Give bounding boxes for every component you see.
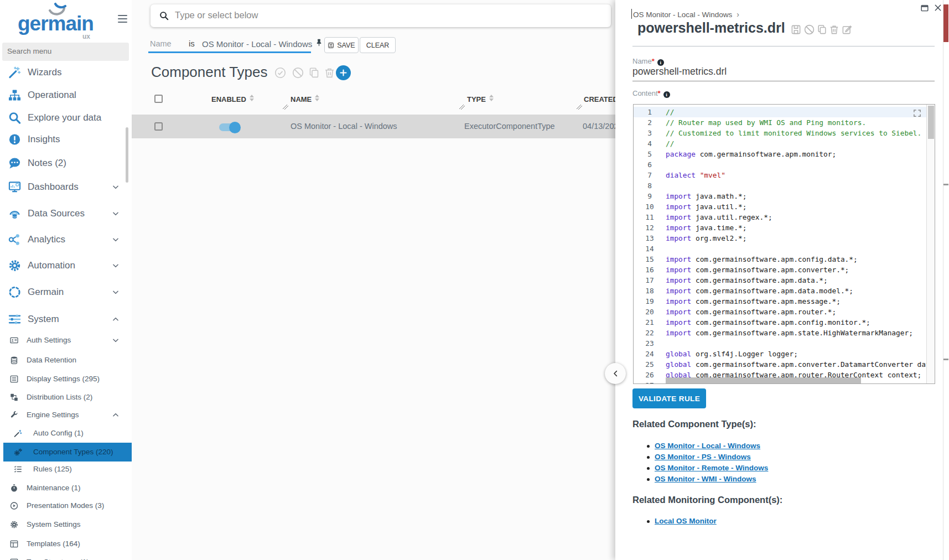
table-row[interactable]: OS Monitor - Local - WindowsExecutorComp… [132,115,615,138]
dashboard-icon [8,181,21,194]
sidebar-item-maintenance[interactable]: Maintenance (1) [0,479,132,497]
sliders-icon [8,313,21,326]
bullet [647,445,650,448]
content-field-label: Content*i [632,89,670,98]
chevron-down-icon[interactable] [112,336,120,344]
column-header-created-[interactable]: CREATED ( [584,95,615,103]
sidebar-item-system[interactable]: System [0,310,132,329]
column-header-enabled[interactable]: ENABLED [211,95,254,103]
breadcrumb-chevron: › [737,10,739,19]
play-circle-icon [10,502,18,510]
sidebar-item-auto-config[interactable]: Auto Config (1) [0,424,132,443]
sidebar-item-data-sources[interactable]: Data Sources [0,204,132,223]
sidebar-item-presentation-modes[interactable]: Presentation Modes (3) [0,496,132,515]
clear-filter-button[interactable]: CLEAR [360,37,396,53]
code-line-3: 3// Customized to limit monitored Window… [634,128,927,138]
sidebar-search-input[interactable]: Search menu [2,43,129,61]
save-filter-button[interactable]: SAVE [324,37,359,53]
code-line-9: 9import java.math.*; [634,191,927,201]
column-header-name[interactable]: NAME [291,95,319,103]
editor-horizontal-scrollbar[interactable] [666,377,861,383]
sidebar-scrollbar[interactable] [126,127,128,183]
sidebar-item-component-types[interactable]: Component Types (220) [0,443,132,462]
sidebar-item-engine-settings[interactable]: Engine Settings [0,406,132,424]
page-scrollbar[interactable] [943,0,949,560]
sidebar-item-explore-your-data[interactable]: Explore your data [0,108,132,127]
page-scrollbar-thumb[interactable] [943,4,948,42]
close-panel-icon[interactable] [934,4,942,12]
maximize-panel-icon[interactable] [920,4,929,12]
enable-selected-icon[interactable] [274,67,286,79]
column-resize-handle[interactable] [282,104,289,110]
code-line-20: 20import com.germainsoftware.apm.router.… [634,307,927,317]
sidebar-item-operational[interactable]: Operational [0,86,132,105]
sidebar-item-templates[interactable]: Templates (164) [0,535,132,553]
disable-record-icon[interactable] [804,24,815,35]
sidebar-item-dashboards[interactable]: Dashboards [0,178,132,196]
name-field-value[interactable]: powershell-metrics.drl [632,66,727,77]
column-resize-handle[interactable] [459,104,465,110]
filter-value: OS Monitor - Local - Windows [202,39,312,49]
disable-selected-icon[interactable] [292,67,304,79]
copy-record-icon[interactable] [817,24,827,35]
related-link[interactable]: Local OS Monitor [655,517,717,525]
delete-record-icon[interactable] [829,24,839,35]
chevron-up-icon[interactable] [112,315,120,323]
code-line-7: 7dialect "mvel" [634,170,927,180]
related-link[interactable]: OS Monitor - Remote - Windows [655,464,768,472]
select-all-checkbox[interactable] [154,95,163,103]
chevron-down-icon[interactable] [112,183,120,191]
search-input[interactable]: Type or select below [151,4,611,27]
edit-record-icon[interactable] [842,24,852,35]
row-checkbox[interactable] [154,122,163,131]
filter-underline [148,51,311,53]
main-content: Type or select below Name is OS Monitor … [132,0,615,560]
collapse-panel-button[interactable] [605,363,626,384]
wand-small-icon [14,429,22,438]
related-link[interactable]: OS Monitor - WMI - Windows [655,475,756,483]
delete-icon[interactable] [324,67,335,79]
sidebar-item-automation[interactable]: Automation [0,256,132,275]
sidebar-search-placeholder: Search menu [7,47,51,55]
add-button[interactable] [336,65,351,80]
fullscreen-icon[interactable] [913,109,921,117]
chevron-down-icon[interactable] [112,262,120,269]
bullet [647,520,650,523]
detail-panel: OS Monitor - Local - Windows› powershell… [615,0,949,560]
chevron-down-icon[interactable] [112,288,120,296]
sidebar-item-system-settings[interactable]: System Settings [0,515,132,534]
cell-created: 04/13/2023 [583,122,615,131]
sidebar-item-tree-structures[interactable]: Tree Structures (1) [0,553,132,560]
enabled-toggle[interactable] [219,123,239,131]
sidebar-item-germain[interactable]: Germain [0,283,132,302]
chevron-up-icon[interactable] [112,411,120,419]
pin-icon[interactable] [315,38,323,47]
sidebar-item-notes[interactable]: Notes (2) [0,154,132,173]
chevron-down-icon[interactable] [112,210,120,217]
hamburger-menu-icon[interactable] [118,15,127,25]
code-line-1: 1// [634,107,927,117]
related-link[interactable]: OS Monitor - PS - Windows [655,453,751,461]
breadcrumb[interactable]: OS Monitor - Local - Windows› [633,10,739,19]
column-header-type[interactable]: TYPE [467,95,494,103]
copy-icon[interactable] [308,67,320,79]
editor-vertical-scrollbar[interactable] [926,105,935,383]
sidebar-item-rules[interactable]: Rules (125) [0,460,132,479]
bullet [647,456,650,459]
sidebar-item-analytics[interactable]: Analytics [0,230,132,249]
sidebar-item-wizards[interactable]: Wizards [0,63,132,82]
sidebar-item-auth-settings[interactable]: Auth Settings [0,331,132,350]
sidebar-item-display-settings[interactable]: Display Settings (295) [0,370,132,388]
alert-circle-icon [8,133,21,146]
validate-rule-button[interactable]: VALIDATE RULE [632,388,706,408]
code-editor[interactable]: 1//2// Router map used by WMI OS and Pin… [633,104,935,384]
code-line-8: 8 [634,180,927,191]
related-link[interactable]: OS Monitor - Local - Windows [655,442,760,450]
save-record-icon[interactable] [791,24,801,35]
code-line-13: 13import org.mvel2.*; [634,233,927,243]
chevron-down-icon[interactable] [112,236,120,243]
sidebar-item-distribution-lists[interactable]: Distribution Lists (2) [0,388,132,407]
sidebar-item-insights[interactable]: Insights [0,130,132,149]
column-resize-handle[interactable] [576,104,583,110]
sidebar-item-data-retention[interactable]: Data Retention [0,351,132,370]
